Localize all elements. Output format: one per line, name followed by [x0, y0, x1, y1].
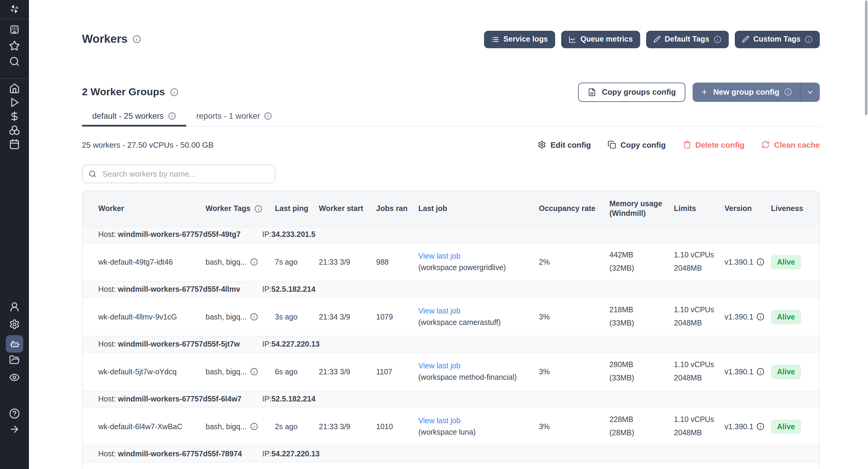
memory-usage: 280MB(33MB): [610, 359, 674, 385]
info-icon[interactable]: [250, 313, 258, 321]
sidebar-item-folder-open[interactable]: [9, 354, 20, 365]
info-icon: [784, 88, 792, 96]
column-header: Worker: [98, 204, 206, 214]
worker-row: wk-default-4llmv-9v1cG bash, bigq... 3s …: [83, 298, 819, 336]
sidebar-item-dollar[interactable]: [9, 111, 20, 122]
ip-label: IP:: [262, 450, 272, 458]
host-name: windmill-workers-67757d55f-6l4w7: [118, 395, 241, 403]
file-icon: [588, 88, 596, 96]
occupancy-rate: 3%: [539, 422, 610, 431]
sidebar-item-gear[interactable]: [9, 319, 20, 330]
workers-page: Workers Service logs Queue metrics Defau…: [0, 0, 868, 469]
workers-table: WorkerWorker TagsLast pingWorker startJo…: [82, 190, 820, 469]
new-group-config-button[interactable]: New group config: [692, 82, 820, 101]
view-last-job-link[interactable]: View last job: [418, 416, 461, 425]
info-icon[interactable]: [756, 313, 764, 321]
search-icon: [9, 56, 20, 67]
chart-icon: [568, 35, 576, 43]
sidebar-item-eye[interactable]: [9, 372, 20, 383]
host-ip: 52.5.182.214: [272, 285, 315, 293]
host-label: Host:: [98, 285, 116, 293]
service-logs-button[interactable]: Service logs: [484, 30, 555, 48]
worker-tags: bash, bigq...: [206, 422, 275, 431]
vertical-scrollbar[interactable]: [865, 1, 867, 115]
clean-cache-button[interactable]: Clean cache: [761, 140, 820, 149]
search-input[interactable]: [101, 169, 269, 179]
chevron-down-icon: [806, 88, 814, 96]
custom-tags-button[interactable]: Custom Tags: [735, 30, 820, 48]
group-summary: 25 workers - 27.50 vCPUs - 50.00 GB: [82, 140, 213, 149]
worker-start: 21:33 3/9: [319, 258, 376, 266]
header-buttons: Service logs Queue metrics Default Tags …: [484, 30, 820, 48]
info-icon[interactable]: [132, 35, 141, 43]
sidebar-item-user[interactable]: [9, 302, 20, 312]
last-ping: 2s ago: [275, 422, 319, 431]
sidebar-item-keypad[interactable]: [9, 24, 20, 35]
sidebar-item-play[interactable]: [9, 97, 20, 108]
host-label: Host:: [98, 340, 116, 348]
sidebar: [0, 0, 29, 469]
column-header: Memory usage (Windmill): [610, 199, 674, 219]
liveness-badge: Alive: [771, 419, 801, 434]
windmill-logo[interactable]: [9, 4, 20, 14]
last-job-workspace: (workspace luna): [418, 427, 533, 438]
queue-metrics-button[interactable]: Queue metrics: [561, 30, 640, 48]
sidebar-item-search[interactable]: [9, 56, 20, 67]
info-icon[interactable]: [756, 423, 764, 430]
version: v1.390.1: [724, 368, 771, 376]
worker-start: 21:33 3/9: [319, 368, 376, 376]
worker-groups-title: 2 Worker Groups: [82, 86, 178, 98]
trash-icon: [683, 140, 691, 149]
dollar-icon: [9, 111, 20, 122]
table-filler: [83, 462, 819, 469]
tab-default[interactable]: default - 25 workers: [82, 112, 186, 126]
column-header: Liveness: [771, 204, 819, 214]
info-icon: [805, 35, 812, 43]
ip-label: IP:: [262, 285, 272, 293]
sidebar-item-home[interactable]: [9, 83, 20, 94]
memory-usage: 228MB(28MB): [610, 414, 674, 439]
copy-groups-config-button[interactable]: Copy groups config: [578, 82, 686, 101]
view-last-job-link[interactable]: View last job: [418, 362, 461, 370]
info-icon[interactable]: [756, 368, 764, 376]
folder-open-icon: [9, 354, 20, 365]
view-last-job-link[interactable]: View last job: [418, 252, 461, 260]
default-tags-button[interactable]: Default Tags: [646, 30, 728, 48]
host-row: Host: windmill-workers-67757d55f-4llmv I…: [83, 281, 819, 298]
sidebar-item-help-circle[interactable]: [9, 408, 20, 419]
info-icon: [264, 112, 272, 120]
worker-groups-header: 2 Worker Groups Copy groups config New g…: [82, 82, 820, 102]
liveness: Alive: [771, 365, 819, 379]
sidebar-item-calendar[interactable]: [9, 139, 20, 150]
host-row: Host: windmill-workers-67757d55f-6l4w7 I…: [83, 390, 819, 408]
tab-reports[interactable]: reports - 1 worker: [186, 112, 282, 126]
pen-icon: [742, 36, 749, 43]
group-actions: Copy groups config New group config: [578, 82, 820, 101]
info-icon[interactable]: [170, 88, 178, 96]
memory-usage: 218MB(33MB): [610, 304, 674, 330]
worker-tags: bash, bigq...: [206, 313, 275, 321]
sidebar-item-robot[interactable]: [6, 335, 23, 353]
copy-config-button[interactable]: Copy config: [608, 140, 666, 149]
gear-icon: [538, 140, 546, 149]
delete-config-button[interactable]: Delete config: [683, 140, 744, 149]
edit-config-button[interactable]: Edit config: [538, 140, 591, 149]
last-ping: 7s ago: [275, 258, 319, 266]
occupancy-rate: 3%: [539, 313, 610, 321]
limits: 1.10 vCPUs2048MB: [674, 414, 724, 439]
last-job: View last job(workspace method-financial…: [418, 361, 539, 383]
host-ip: 54.227.220.13: [272, 340, 320, 348]
info-icon[interactable]: [250, 258, 258, 266]
sidebar-item-boxes[interactable]: [9, 125, 20, 136]
last-job-workspace: (workspace method-financial): [418, 372, 533, 383]
sidebar-item-arrow-right[interactable]: [9, 424, 20, 435]
new-group-config-dropdown[interactable]: [801, 82, 820, 101]
config-bar: 25 workers - 27.50 vCPUs - 50.00 GB Edit…: [82, 139, 820, 150]
version: v1.390.1: [724, 313, 771, 321]
info-icon[interactable]: [756, 258, 764, 266]
info-icon[interactable]: [250, 423, 258, 430]
view-last-job-link[interactable]: View last job: [418, 307, 461, 315]
host-name: windmill-workers-67757d55f-49tg7: [118, 230, 241, 239]
sidebar-item-star[interactable]: [9, 40, 20, 51]
info-icon[interactable]: [250, 368, 258, 376]
